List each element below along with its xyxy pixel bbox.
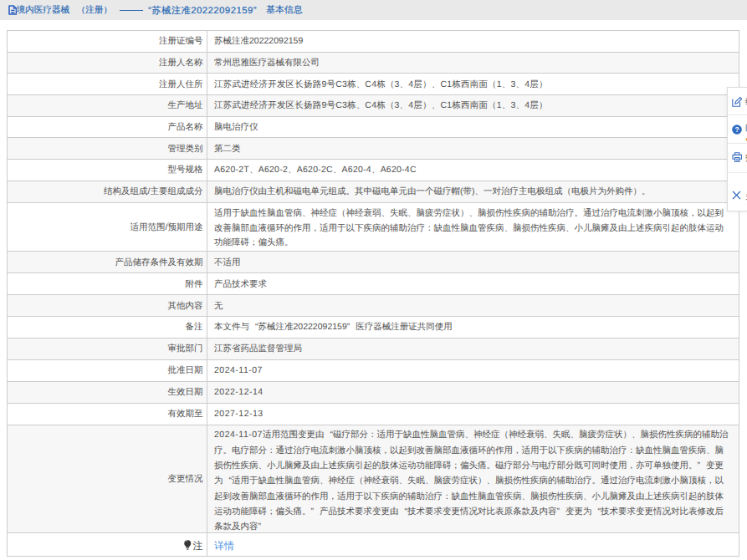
svg-text:?: ?: [734, 125, 739, 134]
